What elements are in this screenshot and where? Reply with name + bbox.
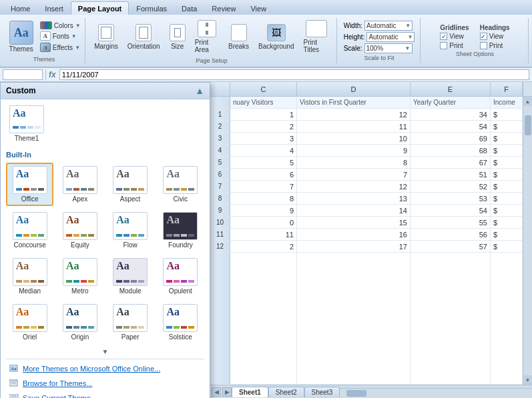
scale-combo[interactable]: 100% ▼ bbox=[364, 43, 413, 53]
cell-c9[interactable]: 9 bbox=[230, 205, 297, 216]
scrollbar-thumb[interactable] bbox=[525, 115, 531, 135]
sheet-tab-sheet1[interactable]: Sheet1 bbox=[232, 387, 268, 397]
theme-item-metro[interactable]: Aa Metro bbox=[56, 255, 103, 298]
gridlines-view-row[interactable]: ✓ View bbox=[440, 33, 469, 40]
headings-view-row[interactable]: ✓ View bbox=[480, 33, 510, 40]
theme-item-solstice[interactable]: Aa Solstice bbox=[157, 301, 204, 344]
orientation-button[interactable]: Orientation bbox=[124, 21, 164, 53]
theme-item-foundry[interactable]: Aa Foundry bbox=[157, 209, 204, 252]
col-header-c[interactable]: C bbox=[230, 82, 297, 96]
cell-f9[interactable]: $ bbox=[491, 205, 523, 216]
dropdown-scroll-up[interactable]: ▲ bbox=[195, 85, 204, 96]
tab-formulas[interactable]: Formulas bbox=[129, 1, 174, 15]
sheet-tab-sheet2[interactable]: Sheet2 bbox=[268, 387, 304, 397]
cell-f7[interactable]: $ bbox=[491, 181, 523, 192]
cell-f8[interactable]: $ bbox=[491, 193, 523, 204]
cell-d2[interactable]: 11 bbox=[297, 121, 411, 132]
breaks-button[interactable]: Breaks bbox=[225, 21, 252, 53]
cell-c11[interactable]: 11 bbox=[230, 229, 297, 240]
cell-d1[interactable]: 12 bbox=[297, 109, 411, 120]
cell-e12[interactable]: 57 bbox=[411, 241, 491, 252]
theme-item-equity[interactable]: Aa Equity bbox=[56, 209, 103, 252]
empty-cell-f[interactable] bbox=[491, 253, 523, 384]
cell-c6[interactable]: 6 bbox=[230, 169, 297, 180]
header-f[interactable]: Income bbox=[491, 97, 523, 108]
headings-print-checkbox[interactable] bbox=[480, 42, 487, 49]
tab-page-layout[interactable]: Page Layout bbox=[71, 1, 129, 15]
cell-c12[interactable]: 2 bbox=[230, 241, 297, 252]
cell-c4[interactable]: 4 bbox=[230, 145, 297, 156]
cell-c8[interactable]: 8 bbox=[230, 193, 297, 204]
theme-item-theme1[interactable]: Aa Theme1 bbox=[6, 102, 47, 145]
cell-e10[interactable]: 55 bbox=[411, 217, 491, 228]
theme-item-oriel[interactable]: Aa Oriel bbox=[6, 301, 53, 344]
print-area-button[interactable]: Print Area bbox=[192, 17, 222, 56]
size-button[interactable]: Size bbox=[166, 21, 189, 53]
vertical-scrollbar[interactable]: ▲ ▼ bbox=[523, 97, 532, 385]
cell-d11[interactable]: 16 bbox=[297, 229, 411, 240]
theme-item-origin[interactable]: Aa Origin bbox=[56, 301, 103, 344]
cell-c1[interactable]: 1 bbox=[230, 109, 297, 120]
theme-item-paper[interactable]: Aa Paper bbox=[107, 301, 154, 344]
theme-item-module[interactable]: Aa Module bbox=[107, 255, 154, 298]
theme-item-opulent[interactable]: Aa Opulent bbox=[157, 255, 204, 298]
print-titles-button[interactable]: Print Titles bbox=[300, 17, 332, 56]
cell-c10[interactable]: 0 bbox=[230, 217, 297, 228]
cell-d3[interactable]: 10 bbox=[297, 133, 411, 144]
cell-d12[interactable]: 17 bbox=[297, 241, 411, 252]
gridlines-print-row[interactable]: Print bbox=[440, 42, 469, 49]
tab-home[interactable]: Home bbox=[3, 1, 37, 15]
header-c[interactable]: nuary Visitors bbox=[230, 97, 297, 108]
cell-d10[interactable]: 15 bbox=[297, 217, 411, 228]
theme-item-office[interactable]: Aa Office bbox=[6, 163, 53, 206]
cell-d9[interactable]: 14 bbox=[297, 205, 411, 216]
cell-e5[interactable]: 67 bbox=[411, 157, 491, 168]
colors-button[interactable]: Colors ▼ bbox=[38, 21, 83, 30]
cell-e3[interactable]: 69 bbox=[411, 133, 491, 144]
cell-f3[interactable]: $ bbox=[491, 133, 523, 144]
cell-c5[interactable]: 5 bbox=[230, 157, 297, 168]
gridlines-view-checkbox[interactable]: ✓ bbox=[440, 33, 447, 40]
scroll-sheets-right[interactable]: ▶ bbox=[222, 387, 232, 397]
gridlines-print-checkbox[interactable] bbox=[440, 42, 447, 49]
horizontal-scrollbar[interactable] bbox=[340, 388, 532, 397]
more-themes-link[interactable]: Aa More Themes on Microsoft Office Onlin… bbox=[1, 361, 210, 376]
cell-d6[interactable]: 7 bbox=[297, 169, 411, 180]
empty-cell-d[interactable] bbox=[297, 253, 411, 384]
browse-themes-link[interactable]: Browse for Themes... bbox=[1, 376, 210, 391]
cell-d4[interactable]: 9 bbox=[297, 145, 411, 156]
h-scrollbar-thumb[interactable] bbox=[346, 390, 366, 397]
sheet-tab-sheet3[interactable]: Sheet3 bbox=[304, 387, 340, 397]
cell-e2[interactable]: 54 bbox=[411, 121, 491, 132]
cell-f11[interactable]: $ bbox=[491, 229, 523, 240]
cell-e4[interactable]: 68 bbox=[411, 145, 491, 156]
cell-f1[interactable]: $ bbox=[491, 109, 523, 120]
cell-f12[interactable]: $ bbox=[491, 241, 523, 252]
theme-item-concourse[interactable]: Aa Concourse bbox=[6, 209, 53, 252]
theme-item-civic[interactable]: Aa Civic bbox=[157, 163, 204, 206]
cell-f6[interactable]: $ bbox=[491, 169, 523, 180]
theme-item-flow[interactable]: Aa Flow bbox=[107, 209, 154, 252]
cell-c2[interactable]: 2 bbox=[230, 121, 297, 132]
cell-f10[interactable]: $ bbox=[491, 217, 523, 228]
empty-cell-e[interactable] bbox=[411, 253, 491, 384]
scroll-sheets-left[interactable]: ◀ bbox=[212, 387, 221, 397]
header-e[interactable]: Yearly Quarter bbox=[411, 97, 491, 108]
cell-e7[interactable]: 52 bbox=[411, 181, 491, 192]
cell-e6[interactable]: 51 bbox=[411, 169, 491, 180]
save-theme-link[interactable]: Save Current Theme... bbox=[1, 391, 210, 398]
cell-e11[interactable]: 56 bbox=[411, 229, 491, 240]
tab-insert[interactable]: Insert bbox=[37, 1, 71, 15]
theme-item-aspect[interactable]: Aa Aspect bbox=[107, 163, 154, 206]
col-header-e[interactable]: E bbox=[411, 82, 491, 96]
scrollbar-down-arrow[interactable]: ▼ bbox=[523, 375, 533, 385]
cell-f2[interactable]: $ bbox=[491, 121, 523, 132]
width-combo[interactable]: Automatic ▼ bbox=[364, 21, 413, 31]
col-header-d[interactable]: D bbox=[297, 82, 411, 96]
effects-button[interactable]: ◑ Effects ▼ bbox=[38, 42, 83, 53]
col-header-f[interactable]: F bbox=[491, 82, 523, 96]
cell-d7[interactable]: 12 bbox=[297, 181, 411, 192]
cell-c7[interactable]: 7 bbox=[230, 181, 297, 192]
headings-print-row[interactable]: Print bbox=[480, 42, 510, 49]
theme-item-median[interactable]: Aa Median bbox=[6, 255, 53, 298]
